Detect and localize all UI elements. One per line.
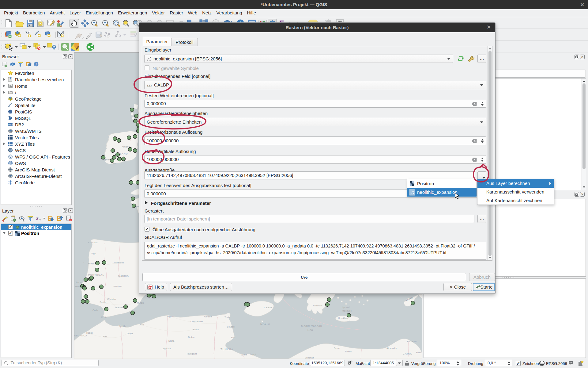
svg-text:Alexandria: Alexandria bbox=[386, 347, 398, 350]
svg-text:Valladolid: Valladolid bbox=[114, 261, 124, 264]
svg-text:Biskra: Biskra bbox=[188, 336, 195, 339]
svg-text:Oujda: Oujda bbox=[127, 332, 133, 335]
svg-text:CAIRO: CAIRO bbox=[403, 352, 413, 355]
svg-text:Djelfa: Djelfa bbox=[168, 339, 175, 342]
svg-text:SPAIN: SPAIN bbox=[113, 285, 122, 288]
svg-text:Zuara: Zuara bbox=[241, 353, 247, 356]
svg-text:MALTA: MALTA bbox=[260, 322, 270, 325]
svg-text:Κρητικό: Κρητικό bbox=[342, 306, 350, 309]
svg-text:Sevilla: Sevilla bbox=[100, 301, 107, 304]
svg-text:Sousse: Sousse bbox=[227, 325, 235, 328]
svg-text:Annaba: Annaba bbox=[204, 315, 212, 318]
svg-text:Suez: Suez bbox=[416, 351, 421, 354]
svg-text:πέλαγος: πέλαγος bbox=[342, 309, 352, 312]
svg-text:Sfax: Sfax bbox=[231, 336, 236, 339]
svg-text:·: · bbox=[83, 261, 84, 264]
svg-text:Melilla: Melilla bbox=[119, 325, 126, 328]
svg-text:A Coruña: A Coruña bbox=[88, 241, 98, 244]
svg-text:ε: ε bbox=[36, 216, 39, 221]
svg-text:DB2: DB2 bbox=[8, 124, 13, 126]
svg-text:Batna: Batna bbox=[193, 328, 199, 331]
svg-text:MADRID: MADRID bbox=[118, 275, 129, 278]
svg-text:Sea: Sea bbox=[307, 328, 313, 332]
svg-text:Catania: Catania bbox=[264, 306, 272, 309]
svg-text:Laghouat: Laghouat bbox=[162, 347, 172, 350]
svg-text:Benghazi: Benghazi bbox=[305, 356, 315, 359]
svg-text:Porto: Porto bbox=[88, 262, 94, 265]
svg-text:Heraklion: Heraklion bbox=[338, 317, 348, 320]
svg-text:Algiers: Algiers bbox=[167, 315, 174, 318]
svg-text:Cádiz: Cádiz bbox=[92, 309, 98, 312]
svg-text:Mediterranean: Mediterranean bbox=[301, 324, 322, 328]
svg-text:Tobruk: Tobruk bbox=[345, 350, 352, 353]
svg-text:Ceuta: Ceuta bbox=[101, 316, 107, 319]
svg-text:Murcia: Murcia bbox=[137, 301, 144, 304]
svg-text:Oran: Oran bbox=[139, 323, 144, 326]
svg-text:Kalamata: Kalamata bbox=[313, 304, 323, 307]
svg-text:Vigo: Vigo bbox=[91, 252, 96, 255]
svg-text:Tripoli: Tripoli bbox=[250, 353, 256, 356]
svg-text:Tunis: Tunis bbox=[224, 316, 230, 319]
svg-text:Touggourt: Touggourt bbox=[187, 352, 197, 355]
svg-text:Derna: Derna bbox=[334, 347, 340, 350]
svg-text:Fez: Fez bbox=[103, 335, 107, 338]
svg-text:Córdoba: Córdoba bbox=[107, 298, 116, 301]
svg-text:Port Said: Port Said bbox=[407, 340, 417, 343]
svg-text:a: a bbox=[60, 24, 62, 28]
svg-text:Granada: Granada bbox=[115, 306, 124, 309]
svg-text:Athlone: Athlone bbox=[122, 145, 130, 148]
svg-text:Constantine: Constantine bbox=[190, 320, 203, 323]
svg-text:TUNISIA: TUNISIA bbox=[221, 348, 233, 351]
svg-text:Lisboa: Lisboa bbox=[75, 281, 82, 284]
svg-text:Rabat: Rabat bbox=[86, 332, 93, 334]
svg-text:ABLANCA: ABLANCA bbox=[74, 334, 87, 337]
